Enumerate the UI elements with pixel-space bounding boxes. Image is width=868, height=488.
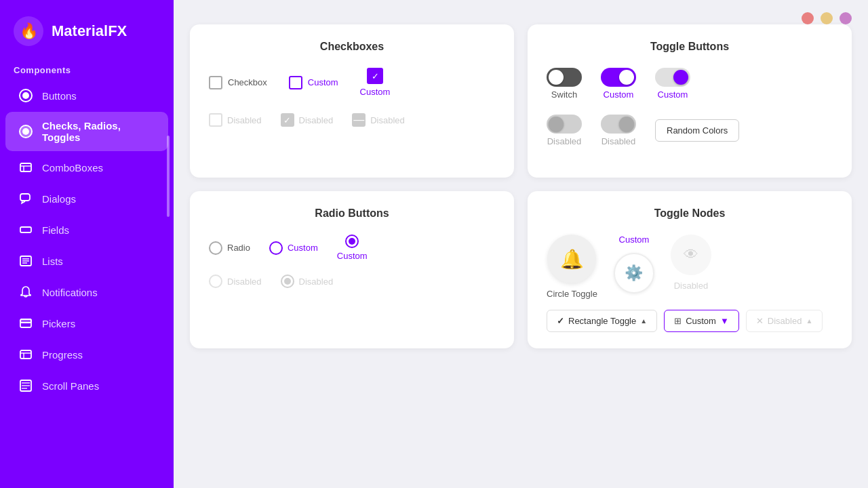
toggle-switch-2[interactable]: Custom <box>601 68 636 100</box>
sidebar-item-lists[interactable]: Lists <box>5 246 168 276</box>
app-logo: 🔥 <box>14 16 43 46</box>
bell-icon: 🔔 <box>560 248 584 270</box>
app-title: MaterialFX <box>52 22 127 40</box>
switch-1-knob <box>549 70 564 85</box>
sidebar-header: 🔥 MaterialFX <box>0 0 174 60</box>
checkbox-item-2[interactable]: Custom <box>289 76 338 89</box>
switch-3[interactable] <box>655 68 690 87</box>
sidebar-item-pickers[interactable]: Pickers <box>5 308 168 338</box>
checkbox-3[interactable]: ✓ <box>367 68 383 84</box>
checkbox-1-label: Checkbox <box>228 77 267 87</box>
progress-icon <box>19 348 33 361</box>
custom-toggle-button[interactable]: ⚙️ <box>614 253 654 293</box>
custom-toggle-wrap[interactable]: Custom ⚙️ <box>614 235 654 293</box>
circle-toggle-button[interactable]: 🔔 <box>547 235 596 283</box>
sidebar-item-dialogs[interactable]: Dialogs <box>5 184 168 214</box>
toggle-switch-1[interactable]: Switch <box>547 68 582 100</box>
radio-1[interactable] <box>209 241 222 255</box>
checkbox-d2: ✓ <box>281 113 294 127</box>
sidebar-item-label-fields: Fields <box>42 224 69 236</box>
cards-grid: Checkboxes Checkbox Custom ✓ Custom <box>190 24 852 348</box>
eye-icon: 👁 <box>684 246 698 264</box>
checkbox-d1 <box>209 113 222 127</box>
radio-2[interactable] <box>269 241 283 255</box>
comboboxes-icon <box>19 161 33 174</box>
sidebar-item-fields[interactable]: Fields <box>5 215 168 245</box>
sidebar-scroll: Buttons Checks, Radios, Toggles ComboBo <box>0 79 174 488</box>
checkboxes-disabled-row: Disabled ✓ Disabled — Disabled <box>209 113 495 127</box>
checkbox-1[interactable] <box>209 76 222 89</box>
random-colors-button[interactable]: Random Colors <box>655 119 739 142</box>
toggle-disabled-2: Disabled <box>601 115 636 146</box>
radio-item-2[interactable]: Custom <box>269 241 318 255</box>
radio-3[interactable] <box>345 235 359 248</box>
switch-1-label: Switch <box>551 89 577 100</box>
rect-toggle-label: Rectangle Toggle <box>568 316 636 326</box>
sidebar: 🔥 MaterialFX Components Buttons Checks, … <box>0 0 174 488</box>
toggle-disabled-1: Disabled <box>547 115 582 146</box>
toggle-active-row: Switch Custom Custom <box>547 68 833 100</box>
dot-1 <box>802 12 814 24</box>
disabled-toggle-wrap: 👁 Disabled <box>671 235 711 291</box>
switch-d1-knob <box>549 117 564 131</box>
switch-3-knob <box>673 70 688 85</box>
radio-buttons-title: Radio Buttons <box>209 207 495 220</box>
sidebar-item-label-progress: Progress <box>42 349 83 361</box>
switch-d2-label: Disabled <box>601 136 636 146</box>
checkboxes-active-row: Checkbox Custom ✓ Custom <box>209 68 495 97</box>
switch-3-label: Custom <box>658 89 688 100</box>
sidebar-item-comboboxes[interactable]: ComboBoxes <box>5 152 168 182</box>
disabled-rect-label: Disabled <box>768 316 802 326</box>
checkbox-3-label: Custom <box>360 87 391 97</box>
radio-d2 <box>281 274 294 288</box>
checkbox-item-1[interactable]: Checkbox <box>209 76 267 89</box>
custom-rect-toggle[interactable]: ⊞ Custom ▼ <box>664 310 739 332</box>
grid-icon: ⊞ <box>674 316 682 326</box>
rectangle-toggle[interactable]: ✓ Rectangle Toggle ▲ <box>547 310 657 332</box>
checkbox-item-3[interactable]: ✓ Custom <box>360 68 391 97</box>
switch-d1-label: Disabled <box>547 136 582 146</box>
sidebar-item-label-comboboxes: ComboBoxes <box>42 162 103 174</box>
checkbox-2[interactable] <box>289 76 302 89</box>
x-icon: ✕ <box>756 316 764 326</box>
sidebar-item-progress[interactable]: Progress <box>5 340 168 369</box>
radio-1-label: Radio <box>227 243 250 253</box>
settings-icon: ⚙️ <box>625 264 643 282</box>
switch-2[interactable] <box>601 68 636 87</box>
toggle-buttons-title: Toggle Buttons <box>547 41 833 53</box>
checks-icon <box>19 125 33 138</box>
checkbox-disabled-2: ✓ Disabled <box>281 113 334 127</box>
switch-1[interactable] <box>547 68 582 87</box>
radio-item-1[interactable]: Radio <box>209 241 250 255</box>
toggle-disabled-row: Disabled Disabled Random Colors <box>547 115 833 146</box>
chevron-up-icon-2: ▲ <box>806 317 812 325</box>
radio-active-row: Radio Custom Custom <box>209 235 495 261</box>
toggle-buttons-card: Toggle Buttons Switch Custom <box>528 24 852 178</box>
custom-rect-label: Custom <box>686 316 716 326</box>
toggle-nodes-title: Toggle Nodes <box>547 207 833 220</box>
sidebar-item-label-lists: Lists <box>42 256 63 267</box>
switch-d1 <box>547 115 582 134</box>
circle-toggle-wrap[interactable]: 🔔 Circle Toggle <box>547 235 597 299</box>
radio-disabled-1: Disabled <box>209 274 262 288</box>
filter-icon: ▼ <box>720 316 729 326</box>
checkbox-d3-label: Disabled <box>370 115 405 125</box>
sidebar-item-scroll-panes[interactable]: Scroll Panes <box>5 371 168 401</box>
dot-2 <box>821 12 833 24</box>
sidebar-item-checks[interactable]: Checks, Radios, Toggles <box>5 112 168 151</box>
checkbox-disabled-1: Disabled <box>209 113 262 127</box>
toggle-switch-3[interactable]: Custom <box>655 68 690 100</box>
checkboxes-card: Checkboxes Checkbox Custom ✓ Custom <box>190 24 514 178</box>
sidebar-section-label: Components <box>0 60 174 79</box>
switch-d2-knob <box>619 117 634 131</box>
switch-2-knob <box>619 70 634 85</box>
svg-rect-7 <box>20 194 30 201</box>
radio-item-3[interactable]: Custom <box>337 235 368 261</box>
scroll-panes-icon <box>19 379 33 392</box>
sidebar-item-buttons[interactable]: Buttons <box>5 81 168 110</box>
sidebar-item-notifications[interactable]: Notifications <box>5 277 168 307</box>
toggle-nodes-card: Toggle Nodes 🔔 Circle Toggle Custom ⚙️ <box>528 191 852 348</box>
radio-d2-label: Disabled <box>299 277 334 287</box>
disabled-toggle-button: 👁 <box>671 235 711 275</box>
checkbox-d1-label: Disabled <box>227 115 262 125</box>
